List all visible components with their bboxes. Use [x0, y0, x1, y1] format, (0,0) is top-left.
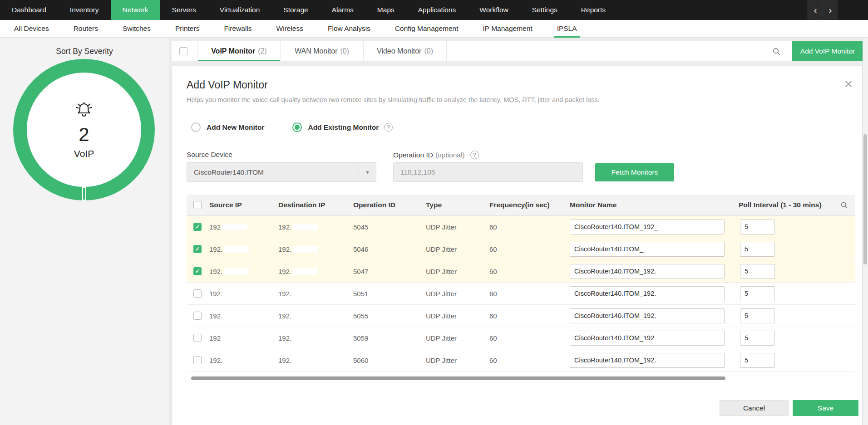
subnav-item-switches[interactable]: Switches: [110, 20, 163, 37]
monitor-tabs: VoIP Monitor(2)WAN Monitor(0)Video Monit…: [197, 41, 447, 61]
operation-id-input[interactable]: [393, 162, 583, 182]
topnav-item-reports[interactable]: Reports: [569, 0, 617, 20]
frequency-cell: 60: [489, 357, 570, 364]
source-ip-cell-text: 192.: [209, 290, 222, 298]
tab-voip-monitor[interactable]: VoIP Monitor(2): [197, 41, 281, 61]
row-checkbox[interactable]: ✓: [193, 223, 202, 231]
topnav-item-workflow[interactable]: Workflow: [468, 0, 520, 20]
close-icon[interactable]: ✕: [844, 79, 853, 90]
subnav-item-firewalls[interactable]: Firewalls: [212, 20, 264, 37]
topnav-item-storage[interactable]: Storage: [271, 0, 320, 20]
add-new-monitor-radio[interactable]: [191, 122, 201, 132]
subnav-item-flow-analysis[interactable]: Flow Analysis: [316, 20, 383, 37]
monitor-name-input[interactable]: [570, 353, 725, 368]
topnav-item-inventory[interactable]: Inventory: [58, 0, 111, 20]
row-checkbox[interactable]: ✓: [193, 245, 202, 253]
operation-id-cell-text: 5059: [353, 334, 368, 342]
redacted-text: [222, 224, 247, 230]
source-device-select[interactable]: CiscoRouter140.ITOM ▾: [187, 162, 376, 182]
topnav-item-settings[interactable]: Settings: [520, 0, 569, 20]
col-header-label: Destination IP: [278, 201, 325, 209]
topnav-item-virtualization[interactable]: Virtualization: [208, 0, 271, 20]
nav-forward-icon[interactable]: ›: [823, 0, 838, 20]
topnav-item-dashboard[interactable]: Dashboard: [0, 0, 58, 20]
topnav-item-alarms[interactable]: Alarms: [320, 0, 365, 20]
frequency-cell-text: 60: [489, 312, 497, 320]
poll-interval-input[interactable]: [740, 264, 775, 279]
monitor-name-input[interactable]: [570, 286, 725, 301]
operation-id-help-icon[interactable]: ?: [470, 151, 479, 159]
row-checkbox[interactable]: [193, 334, 202, 342]
vertical-scrollbar[interactable]: [863, 134, 867, 264]
table-search-icon[interactable]: [840, 201, 848, 209]
toolbar-search-icon[interactable]: [761, 41, 792, 61]
operation-id-cell-text: 5051: [353, 290, 368, 298]
operation-id-label: Operation ID (optional) ?: [393, 151, 479, 159]
source-ip-cell: 192.: [209, 290, 278, 298]
frequency-cell: 60: [489, 334, 570, 342]
poll-interval-input[interactable]: [740, 242, 775, 257]
nav-back-icon[interactable]: ‹: [808, 0, 823, 20]
severity-gauge[interactable]: 2 VoIP: [13, 59, 155, 200]
row-checkbox[interactable]: [193, 312, 202, 320]
operation-id-cell-text: 5055: [353, 312, 368, 320]
col-header-label: Poll Interval (1 - 30 mins): [739, 201, 822, 209]
tab-count: (2): [258, 47, 267, 55]
subnav-item-all-devices[interactable]: All Devices: [2, 20, 61, 37]
monitor-name-input[interactable]: [570, 242, 725, 257]
table-row: 192192.5059UDP Jitter60: [187, 327, 855, 349]
topnav-item-maps[interactable]: Maps: [365, 0, 406, 20]
subnav-item-printers[interactable]: Printers: [163, 20, 212, 37]
destination-ip-cell: 192.: [278, 334, 353, 342]
poll-interval-input[interactable]: [740, 331, 775, 346]
frequency-cell: 60: [489, 290, 570, 298]
topnav-item-network[interactable]: Network: [111, 0, 160, 20]
col-header-label: Operation ID: [353, 201, 395, 209]
monitor-name-input[interactable]: [570, 264, 725, 279]
row-checkbox[interactable]: [193, 289, 202, 298]
cancel-button[interactable]: Cancel: [720, 400, 789, 416]
monitor-name-input[interactable]: [570, 308, 725, 323]
subnav-item-ip-management[interactable]: IP Management: [470, 20, 544, 37]
topnav-item-applications[interactable]: Applications: [406, 0, 468, 20]
horizontal-scrollbar[interactable]: [191, 376, 725, 380]
row-checkbox[interactable]: [193, 356, 202, 364]
chevron-down-icon[interactable]: ▾: [359, 163, 376, 181]
operation-id-label-text: Operation ID: [393, 151, 433, 159]
select-all-monitors-checkbox[interactable]: [179, 47, 187, 55]
monitor-name-input[interactable]: [570, 331, 725, 346]
source-ip-cell: 192.: [209, 357, 278, 364]
subnav-item-config-management[interactable]: Config Management: [383, 20, 471, 37]
operation-id-cell: 5060: [353, 357, 426, 364]
subnav-item-wireless[interactable]: Wireless: [264, 20, 316, 37]
col-header-destination-ip: Destination IP: [278, 201, 353, 209]
poll-interval-input[interactable]: [740, 353, 775, 368]
poll-interval-input[interactable]: [740, 308, 775, 323]
col-header-frequency-in-sec: Frequency(in sec): [489, 201, 570, 209]
poll-interval-input[interactable]: [740, 286, 775, 301]
body: Sort By Severity 2 V: [0, 38, 868, 425]
existing-monitor-help-icon[interactable]: ?: [384, 123, 393, 132]
source-ip-cell-text: 192.: [209, 312, 222, 320]
add-existing-monitor-radio[interactable]: [292, 122, 302, 132]
redacted-text: [224, 268, 249, 275]
type-cell-text: UDP Jitter: [426, 268, 457, 275]
row-checkbox[interactable]: ✓: [193, 267, 202, 275]
poll-interval-cell: [739, 264, 855, 279]
fetch-monitors-button[interactable]: Fetch Monitors: [595, 163, 674, 181]
tab-wan-monitor[interactable]: WAN Monitor(0): [281, 41, 364, 61]
redacted-text: [293, 313, 318, 319]
frequency-cell: 60: [489, 312, 570, 320]
subnav-item-ipsla[interactable]: IPSLA: [545, 20, 589, 37]
monitor-name-input[interactable]: [570, 220, 725, 234]
save-button[interactable]: Save: [793, 400, 858, 416]
tab-video-monitor[interactable]: Video Monitor(0): [364, 41, 447, 61]
select-all-rows-checkbox[interactable]: [193, 201, 202, 209]
operation-id-cell-text: 5060: [353, 357, 368, 364]
add-voip-monitor-button[interactable]: Add VoIP Monitor: [792, 41, 863, 61]
poll-interval-input[interactable]: [740, 220, 775, 234]
topnav-item-servers[interactable]: Servers: [160, 0, 207, 20]
subnav-item-routers[interactable]: Routers: [61, 20, 110, 37]
col-header-poll-interval-1-30-mins: Poll Interval (1 - 30 mins): [739, 201, 855, 209]
source-ip-cell: 192.: [209, 268, 278, 275]
